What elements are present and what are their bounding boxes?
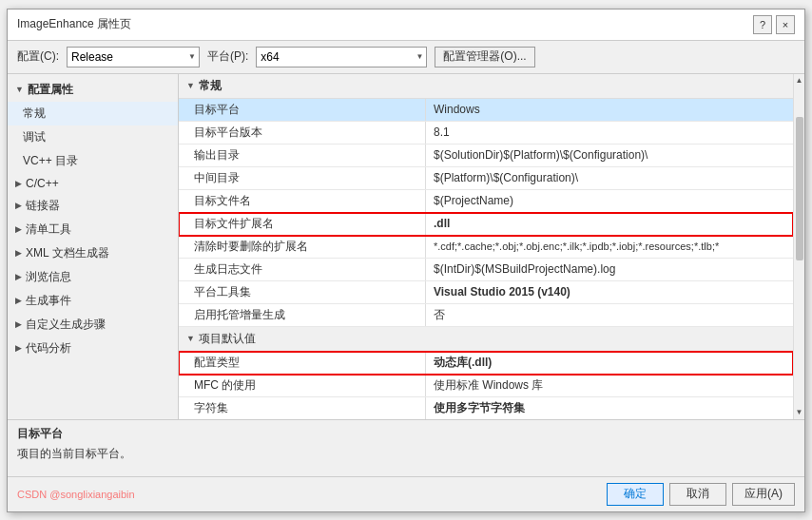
- prop-value-output-dir: $(SolutionDir)$(Platform)\$(Configuratio…: [426, 144, 793, 166]
- sidebar-item-codeanalysis[interactable]: ▶ 代码分析: [8, 337, 178, 360]
- prop-name-target-platform: 目标平台: [179, 99, 426, 121]
- close-button[interactable]: ×: [776, 15, 795, 34]
- description-text: 项目的当前目标平台。: [17, 446, 795, 462]
- cpp-triangle-icon: ▶: [15, 179, 22, 188]
- config-manager-button[interactable]: 配置管理器(O)...: [435, 47, 534, 67]
- config-select[interactable]: Release Debug 所有配置: [67, 47, 200, 67]
- cancel-button[interactable]: 取消: [669, 483, 726, 506]
- platform-label: 平台(P):: [207, 48, 248, 65]
- prop-value-target-ext: .dll: [426, 213, 793, 235]
- prop-value-target-version: 8.1: [426, 122, 793, 144]
- prop-row-intermediate-dir[interactable]: 中间目录 $(Platform)\$(Configuration)\: [179, 167, 793, 190]
- apply-button[interactable]: 应用(A): [732, 483, 795, 506]
- dialog-title: ImageEnhance 属性页: [17, 16, 131, 32]
- sidebar-item-linker[interactable]: ▶ 链接器: [8, 194, 178, 218]
- section-general-triangle-icon: ▼: [186, 81, 195, 90]
- sidebar-item-xml[interactable]: ▶ XML 文档生成器: [8, 241, 178, 265]
- toolbar: 配置(C): Release Debug 所有配置 平台(P): x64 Win…: [8, 41, 804, 74]
- prop-value-target-name: $(ProjectName): [426, 190, 793, 212]
- sidebar-item-vcdir[interactable]: VC++ 目录: [8, 149, 178, 173]
- section-general-label: 常规: [199, 78, 222, 94]
- prop-value-build-log: $(IntDir)$(MSBuildProjectName).log: [426, 259, 793, 280]
- scroll-up-icon[interactable]: ▲: [794, 74, 804, 87]
- customstep-triangle-icon: ▶: [15, 319, 22, 329]
- prop-row-target-platform[interactable]: 目标平台 Windows: [179, 99, 793, 122]
- bottom-description: 目标平台 项目的当前目标平台。: [8, 419, 804, 476]
- sidebar-item-linker-label: 链接器: [26, 198, 60, 214]
- help-button[interactable]: ?: [753, 15, 772, 34]
- section-defaults-header: ▼ 项目默认值: [179, 327, 793, 352]
- prop-value-intermediate-dir: $(Platform)\$(Configuration)\: [426, 167, 793, 189]
- prop-name-target-ext: 目标文件扩展名: [179, 213, 426, 235]
- section-defaults-label: 项目默认值: [199, 331, 256, 347]
- prop-name-managed-incremental: 启用托管增量生成: [179, 304, 426, 326]
- codeanalysis-triangle-icon: ▶: [15, 343, 22, 353]
- watermark: CSDN @songlixiangaibin: [17, 489, 135, 500]
- sidebar-item-debug-label: 调试: [23, 129, 46, 145]
- prop-value-config-type: 动态库(.dll): [426, 352, 793, 374]
- prop-row-clean-ext[interactable]: 清除时要删除的扩展名 *.cdf;*.cache;*.obj;*.obj.enc…: [179, 236, 793, 259]
- collapse-triangle-icon: ▼: [15, 85, 24, 94]
- prop-value-charset: 使用多字节字符集: [426, 397, 793, 419]
- prop-name-clean-ext: 清除时要删除的扩展名: [179, 236, 426, 258]
- scroll-down-icon[interactable]: ▼: [794, 406, 804, 418]
- section-defaults-triangle-icon: ▼: [186, 334, 195, 343]
- prop-value-target-platform: Windows: [426, 99, 793, 121]
- prop-value-platform-toolset: Visual Studio 2015 (v140): [426, 281, 793, 303]
- title-bar: ImageEnhance 属性页 ? ×: [8, 10, 804, 41]
- prop-name-charset: 字符集: [179, 397, 426, 419]
- prop-value-managed-incremental: 否: [426, 304, 793, 326]
- prop-name-build-log: 生成日志文件: [179, 259, 426, 280]
- prop-name-mfc-use: MFC 的使用: [179, 375, 426, 396]
- prop-value-mfc-use: 使用标准 Windows 库: [426, 375, 793, 396]
- description-title: 目标平台: [17, 426, 795, 442]
- prop-row-config-type[interactable]: 配置类型 动态库(.dll): [179, 352, 793, 375]
- manifest-triangle-icon: ▶: [15, 224, 22, 234]
- properties-panel: ▼ 常规 目标平台 Windows 目标平台版本 8.1 输出目录 $(Solu…: [179, 74, 793, 419]
- sidebar-item-cpp[interactable]: ▶ C/C++: [8, 173, 178, 194]
- prop-name-target-name: 目标文件名: [179, 190, 426, 212]
- prop-row-output-dir[interactable]: 输出目录 $(SolutionDir)$(Platform)\$(Configu…: [179, 144, 793, 167]
- scrollbar[interactable]: ▲ ▼: [793, 74, 804, 419]
- prop-row-target-name[interactable]: 目标文件名 $(ProjectName): [179, 190, 793, 213]
- prop-name-intermediate-dir: 中间目录: [179, 167, 426, 189]
- sidebar-item-codeanalysis-label: 代码分析: [26, 340, 71, 356]
- prop-name-target-version: 目标平台版本: [179, 122, 426, 144]
- sidebar-item-customstep-label: 自定义生成步骤: [26, 317, 106, 333]
- sidebar-item-customstep[interactable]: ▶ 自定义生成步骤: [8, 313, 178, 337]
- sidebar-item-general[interactable]: 常规: [8, 102, 178, 125]
- buildevents-triangle-icon: ▶: [15, 296, 22, 305]
- linker-triangle-icon: ▶: [15, 201, 22, 210]
- platform-select[interactable]: x64 Win32 所有平台: [256, 47, 427, 67]
- main-dialog: ImageEnhance 属性页 ? × 配置(C): Release Debu…: [7, 9, 805, 512]
- platform-select-wrapper: x64 Win32 所有平台: [256, 47, 427, 67]
- sidebar-item-browse[interactable]: ▶ 浏览信息: [8, 265, 178, 289]
- browse-triangle-icon: ▶: [15, 272, 22, 281]
- scroll-thumb[interactable]: [796, 117, 803, 260]
- ok-button[interactable]: 确定: [607, 483, 664, 506]
- config-label: 配置(C):: [17, 48, 59, 65]
- prop-row-mfc-use[interactable]: MFC 的使用 使用标准 Windows 库: [179, 375, 793, 397]
- sidebar-item-general-label: 常规: [23, 106, 46, 122]
- sidebar-item-cpp-label: C/C++: [26, 177, 59, 190]
- sidebar: ▼ 配置属性 常规 调试 VC++ 目录 ▶ C/C++ ▶ 链接器 ▶: [8, 74, 179, 419]
- sidebar-item-debug[interactable]: 调试: [8, 125, 178, 149]
- prop-value-clean-ext: *.cdf;*.cache;*.obj;*.obj.enc;*.ilk;*.ip…: [426, 236, 793, 258]
- sidebar-item-xml-label: XML 文档生成器: [26, 245, 109, 261]
- prop-row-target-ext[interactable]: 目标文件扩展名 .dll: [179, 213, 793, 236]
- sidebar-item-manifest-label: 清单工具: [26, 221, 71, 238]
- prop-row-platform-toolset[interactable]: 平台工具集 Visual Studio 2015 (v140): [179, 281, 793, 304]
- section-general-header: ▼ 常规: [179, 74, 793, 99]
- sidebar-group-header[interactable]: ▼ 配置属性: [8, 78, 178, 102]
- sidebar-item-vcdir-label: VC++ 目录: [23, 153, 78, 169]
- config-select-wrapper: Release Debug 所有配置: [67, 47, 200, 67]
- prop-name-platform-toolset: 平台工具集: [179, 281, 426, 303]
- prop-row-target-version[interactable]: 目标平台版本 8.1: [179, 122, 793, 144]
- prop-row-build-log[interactable]: 生成日志文件 $(IntDir)$(MSBuildProjectName).lo…: [179, 259, 793, 281]
- prop-row-managed-incremental[interactable]: 启用托管增量生成 否: [179, 304, 793, 327]
- prop-row-charset[interactable]: 字符集 使用多字节字符集: [179, 397, 793, 419]
- sidebar-group-label: 配置属性: [28, 82, 73, 98]
- sidebar-item-buildevents[interactable]: ▶ 生成事件: [8, 289, 178, 313]
- sidebar-item-manifest[interactable]: ▶ 清单工具: [8, 218, 178, 241]
- title-buttons: ? ×: [753, 15, 795, 34]
